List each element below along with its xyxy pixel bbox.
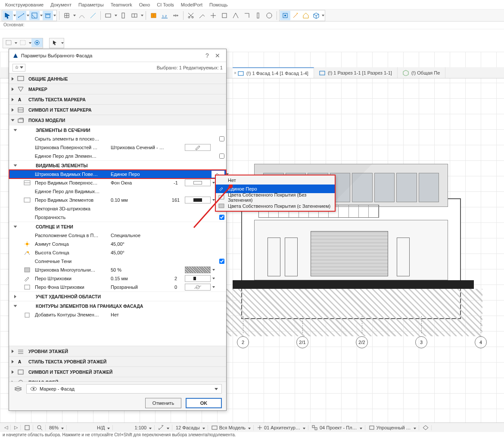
zoom-value[interactable]: 86%: [47, 425, 67, 430]
section-story-symbol[interactable]: СИМВОЛ И ТЕКСТ УРОВНЕЙ ЭТАЖЕЙ: [9, 366, 226, 377]
menu-teamwork[interactable]: Teamwork: [107, 1, 136, 8]
menu-window[interactable]: Окно: [136, 1, 154, 8]
section-marker-text-style[interactable]: AСТИЛЬ ТЕКСТА МАРКЕРА: [9, 94, 226, 104]
scale-field[interactable]: 1:100: [132, 425, 155, 430]
row-single-pen-elem[interactable]: Единое Перо для Элемен…: [9, 152, 226, 160]
mod3-icon[interactable]: [219, 11, 230, 20]
hide-elements-checkbox[interactable]: [219, 136, 224, 141]
dim-icon[interactable]: 1.2: [159, 11, 170, 20]
sel-mode-1[interactable]: [3, 38, 14, 47]
ruler-icon[interactable]: [171, 11, 181, 20]
tool-hatch[interactable]: [29, 11, 40, 20]
section-marker-symbol[interactable]: СИМВОЛ И ТЕКСТ МАРКЕРА: [9, 104, 226, 115]
section-story-text-style[interactable]: AСТИЛЬ ТЕКСТА УРОВНЕЙ ЭТАЖЕЙ: [9, 356, 226, 366]
row-visible-surface-pen[interactable]: Перо Видимых Поверхнос…Фон Окна-1: [9, 178, 226, 187]
pen-swatch-161[interactable]: [185, 197, 211, 203]
mod1-icon[interactable]: [197, 11, 207, 20]
menu-modelport[interactable]: ModelPort: [177, 1, 206, 8]
row-add-contours[interactable]: Добавить Контуры Элемен…Нет: [9, 310, 226, 319]
grid-icon[interactable]: [62, 11, 72, 20]
tool-dimx-drop[interactable]: [26, 11, 29, 20]
nd-field[interactable]: Н/Д: [94, 425, 113, 430]
group-cut-elements[interactable]: ЭЛЕМЕНТЫ В СЕЧЕНИИ: [9, 125, 226, 135]
tab-facade-1-4[interactable]: (!) 1 Фасад 1-4 [1 Фасад 1-4]: [233, 67, 314, 78]
tab-general[interactable]: (!) Общая Пе: [398, 67, 446, 78]
row-surface-fill[interactable]: Штриховка Поверхностей …Штриховка Сечени…: [9, 143, 226, 152]
section-story-levels[interactable]: УРОВНИ ЭТАЖЕЙ: [9, 346, 226, 356]
popup-item-none[interactable]: Нет: [216, 176, 335, 185]
simpl-field[interactable]: Упрощенный …: [366, 425, 419, 430]
nav-right[interactable]: ▷: [12, 425, 21, 430]
mod4-icon[interactable]: [230, 11, 241, 20]
sel-mode-3[interactable]: [31, 38, 43, 47]
group-removed-area[interactable]: УЧЕТ УДАЛЕННОЙ ОБЛАСТИ: [9, 291, 226, 301]
row-sun-position[interactable]: Расположение Солнца в П…Специальное: [9, 231, 226, 240]
dialog-titlebar[interactable]: Параметры Выбранного Фасада ? ✕: [9, 49, 226, 62]
zoom-tool[interactable]: [34, 425, 46, 431]
row-hide-elements[interactable]: Скрыть элементы в плоско…: [9, 135, 226, 143]
arch-field[interactable]: 01 Архитектур…: [255, 425, 308, 430]
rect-icon[interactable]: [103, 11, 113, 20]
group-sun-shadows[interactable]: СОЛНЦЕ И ТЕНИ: [9, 222, 226, 231]
tool-layer-drop[interactable]: [53, 11, 56, 20]
popup-item-own-shade[interactable]: Цвета Собственного Покрытия (с Затенение…: [216, 202, 335, 210]
close-button[interactable]: ✕: [212, 52, 223, 59]
group-visible-elements[interactable]: ВИДИМЫЕ ЭЛЕМЕНТЫ: [9, 160, 226, 170]
tab-section-1-1[interactable]: (!) 1 Разрез 1-1 [1 Разрез 1-1]: [314, 67, 398, 78]
line-icon[interactable]: [88, 11, 98, 20]
fillbg-swatch[interactable]: [185, 284, 211, 291]
ok-button[interactable]: OK: [186, 398, 222, 408]
model-field[interactable]: Вся Модель: [209, 425, 254, 430]
row-vector-3d[interactable]: Векторная 3D-штриховка: [9, 204, 226, 213]
door-icon[interactable]: [118, 11, 128, 20]
tab-close-x[interactable]: ×: [233, 70, 238, 75]
row-fill-pen[interactable]: Перо Штриховки0.15 мм2: [9, 274, 226, 283]
misc-field[interactable]: [420, 425, 432, 430]
nav-left[interactable]: ◁: [2, 425, 11, 430]
popup-item-single-pen[interactable]: Единое Перо: [216, 185, 335, 193]
section-model-display[interactable]: ПОКАЗ МОДЕЛИ: [9, 115, 226, 125]
cancel-button[interactable]: Отменить: [145, 398, 181, 408]
sel-mode-2[interactable]: [17, 38, 28, 47]
mod5-icon[interactable]: [242, 11, 252, 20]
shadow-fill-swatch[interactable]: [185, 266, 211, 273]
menu-citool[interactable]: CI Tools: [153, 1, 177, 8]
fillpen-swatch[interactable]: [185, 275, 211, 282]
snap-icon[interactable]: [280, 11, 290, 20]
row-shadow-fill[interactable]: Штриховка Многоугольни…50 %: [9, 266, 226, 274]
marker-type-field[interactable]: Маркер - Фасад: [26, 384, 222, 394]
row-fill-bg-pen[interactable]: Перо Фона ШтриховкиПрозрачный0: [9, 283, 226, 291]
pen-color-swatch[interactable]: [185, 179, 211, 186]
section-marker[interactable]: МАРКЕР: [9, 84, 226, 94]
single-pen-checkbox[interactable]: [219, 153, 224, 159]
row-visible-surface-fill[interactable]: Штриховка Видимых Пове… Единое Перо: [9, 170, 226, 178]
mod2-icon[interactable]: [208, 11, 218, 20]
tool-hatch-drop[interactable]: [40, 11, 43, 20]
zoom-fit[interactable]: [22, 425, 33, 431]
row-single-pen-visible[interactable]: Единое Перо для Видимых…: [9, 187, 226, 196]
view-field[interactable]: 12 Фасады: [173, 425, 208, 430]
row-transparency[interactable]: Прозрачность: [9, 213, 226, 222]
mod6-icon[interactable]: [253, 11, 263, 20]
scale-tool[interactable]: [156, 425, 172, 431]
col-icon[interactable]: [148, 11, 159, 20]
menu-params[interactable]: Параметры: [75, 1, 107, 8]
fill-edit-icon[interactable]: [185, 144, 211, 151]
row-sun-shadows[interactable]: Солнечные Тени: [9, 257, 226, 266]
tool-arrow-drop[interactable]: [13, 11, 16, 20]
tool-layer[interactable]: [43, 11, 53, 20]
menu-construct[interactable]: Конструирование: [2, 1, 47, 8]
group-boundary-contours[interactable]: КОНТУРЫ ЭЛЕМЕНТОВ НА ГРАНИЦАХ ФАСАДА: [9, 301, 226, 310]
cut-icon[interactable]: [186, 11, 196, 20]
home-icon[interactable]: [301, 11, 311, 20]
mod7-icon[interactable]: [264, 11, 274, 20]
magic-icon[interactable]: [290, 11, 301, 20]
curve-icon[interactable]: [77, 11, 87, 20]
tool-arrow[interactable]: [3, 11, 13, 20]
row-sun-azimuth[interactable]: Азимут Солнца45,00°: [9, 240, 226, 248]
popup-item-own-no-shade[interactable]: Цвета Собственного Покрытия (Без Затенен…: [216, 193, 335, 202]
tool-dimx[interactable]: [16, 11, 26, 20]
row-sun-altitude[interactable]: Высота Солнца45,00°: [9, 248, 226, 257]
transparency-checkbox[interactable]: [219, 215, 224, 220]
win-icon[interactable]: [129, 11, 140, 20]
